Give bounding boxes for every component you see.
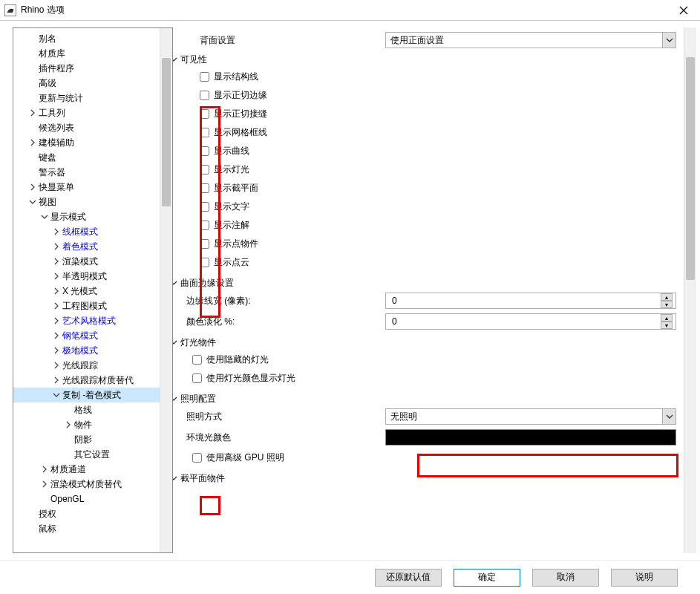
ambient-color-swatch[interactable] bbox=[385, 429, 676, 446]
twisty-icon[interactable] bbox=[28, 109, 37, 117]
tree-item[interactable]: 键盘 bbox=[13, 150, 172, 165]
tree-item[interactable]: 工程图模式 bbox=[13, 298, 172, 313]
twisty-icon[interactable] bbox=[28, 183, 37, 191]
tree-item[interactable]: 更新与统计 bbox=[13, 91, 172, 105]
tree-item[interactable]: 格线 bbox=[13, 402, 172, 417]
checkbox-label: 显示截平面 bbox=[214, 182, 258, 195]
section-lighting[interactable]: 照明配置 bbox=[173, 391, 676, 407]
section-clip-plane[interactable]: 截平面物件 bbox=[173, 470, 676, 486]
tree-item[interactable]: 材质通道 bbox=[13, 462, 172, 477]
twisty-icon[interactable] bbox=[52, 317, 61, 324]
visibility-checkbox[interactable]: 显示曲线 bbox=[200, 142, 676, 160]
tree-item[interactable]: 光线跟踪 bbox=[13, 358, 172, 373]
twisty-icon[interactable] bbox=[28, 198, 37, 206]
checkbox-label: 显示灯光 bbox=[214, 163, 249, 176]
tree-item[interactable]: 建模辅助 bbox=[13, 135, 172, 150]
twisty-icon[interactable] bbox=[64, 421, 73, 428]
use-light-color-checkbox[interactable]: 使用灯光颜色显示灯光 bbox=[192, 369, 676, 388]
ok-button[interactable]: 确定 bbox=[454, 569, 520, 587]
twisty-icon[interactable] bbox=[52, 332, 61, 339]
tree-item[interactable]: 阴影 bbox=[13, 432, 172, 447]
tree-item[interactable]: OpenGL bbox=[13, 492, 172, 506]
twisty-icon[interactable] bbox=[52, 258, 61, 265]
close-button[interactable] bbox=[667, 0, 700, 21]
tree-item[interactable]: 其它设置 bbox=[13, 447, 172, 462]
visibility-checkbox[interactable]: 显示正切边缘 bbox=[200, 86, 676, 105]
visibility-checkbox[interactable]: 显示注解 bbox=[200, 216, 676, 235]
tree-item-label: 建模辅助 bbox=[37, 137, 74, 149]
tree-item[interactable]: 别名 bbox=[13, 31, 172, 46]
tree-scrollbar[interactable] bbox=[160, 28, 172, 552]
tree-item[interactable]: 钢笔模式 bbox=[13, 328, 172, 343]
twisty-icon[interactable] bbox=[28, 139, 37, 146]
tree-item[interactable]: 视图 bbox=[13, 195, 172, 209]
tree-item[interactable]: 着色模式 bbox=[13, 239, 172, 254]
options-tree[interactable]: 别名材质库插件程序高级更新与统计工具列候选列表建模辅助键盘警示器快显菜单视图显示… bbox=[13, 28, 172, 539]
tree-item[interactable]: 材质库 bbox=[13, 46, 172, 61]
twisty-icon[interactable] bbox=[52, 362, 61, 369]
tree-item[interactable]: 显示模式 bbox=[13, 209, 172, 224]
lighting-method-combo[interactable]: 无照明 bbox=[385, 408, 676, 425]
restore-defaults-button[interactable]: 还原默认值 bbox=[375, 569, 442, 587]
checkbox-label: 显示网格框线 bbox=[214, 126, 267, 139]
checkbox-label: 显示结构线 bbox=[214, 71, 258, 83]
tree-item-label: 渲染模式 bbox=[61, 255, 98, 268]
tree-item[interactable]: 线框模式 bbox=[13, 224, 172, 239]
twisty-icon[interactable] bbox=[40, 480, 49, 488]
visibility-checkbox[interactable]: 显示结构线 bbox=[200, 68, 676, 86]
tree-item[interactable]: 授权 bbox=[13, 506, 172, 521]
edge-width-spinner[interactable]: ▲▼ bbox=[385, 293, 676, 309]
tree-item[interactable]: 复制 -着色模式 bbox=[13, 388, 172, 402]
right-scrollbar[interactable] bbox=[684, 27, 696, 553]
backface-combo[interactable]: 使用正面设置 bbox=[385, 32, 676, 48]
tree-item-label: 材质通道 bbox=[49, 463, 86, 476]
visibility-checkbox[interactable]: 显示正切接缝 bbox=[200, 105, 676, 123]
tree-item[interactable]: 艺术风格模式 bbox=[13, 313, 172, 328]
twisty-icon[interactable] bbox=[52, 347, 61, 354]
tree-item[interactable]: 快显菜单 bbox=[13, 180, 172, 195]
tree-item[interactable]: 光线跟踪材质替代 bbox=[13, 373, 172, 388]
tree-item-label: 阴影 bbox=[73, 434, 92, 446]
tree-item[interactable]: 工具列 bbox=[13, 105, 172, 120]
section-visibility[interactable]: 可见性 bbox=[173, 51, 676, 68]
visibility-checkbox[interactable]: 显示截平面 bbox=[200, 179, 676, 198]
color-fade-spinner[interactable]: ▲▼ bbox=[385, 313, 676, 330]
use-hidden-lights-checkbox[interactable]: 使用隐藏的灯光 bbox=[192, 350, 676, 369]
section-surface-edge[interactable]: 曲面边缘设置 bbox=[173, 275, 676, 291]
advanced-gpu-lighting-checkbox[interactable]: 使用高级 GPU 照明 bbox=[192, 448, 676, 467]
twisty-icon[interactable] bbox=[52, 391, 61, 399]
tree-item[interactable]: 高级 bbox=[13, 76, 172, 91]
tree-item[interactable]: 鼠标 bbox=[13, 521, 172, 536]
visibility-checkbox[interactable]: 显示点云 bbox=[200, 253, 676, 272]
twisty-icon[interactable] bbox=[52, 228, 61, 235]
tree-item-label: 光线跟踪材质替代 bbox=[61, 374, 134, 387]
visibility-checkbox[interactable]: 显示网格框线 bbox=[200, 123, 676, 142]
tree-item-label: 线框模式 bbox=[61, 226, 98, 238]
tree-item[interactable]: 警示器 bbox=[13, 165, 172, 180]
chevron-down-icon bbox=[173, 395, 179, 402]
cancel-button[interactable]: 取消 bbox=[532, 569, 599, 587]
tree-item-label: 渲染模式材质替代 bbox=[49, 478, 122, 491]
twisty-icon[interactable] bbox=[40, 213, 49, 221]
help-button[interactable]: 说明 bbox=[611, 569, 678, 587]
tree-item[interactable]: 渲染模式材质替代 bbox=[13, 477, 172, 492]
visibility-checkbox[interactable]: 显示点物件 bbox=[200, 235, 676, 253]
section-light-obj[interactable]: 灯光物件 bbox=[173, 334, 676, 350]
twisty-icon[interactable] bbox=[52, 302, 61, 310]
twisty-icon[interactable] bbox=[52, 243, 61, 250]
twisty-icon[interactable] bbox=[52, 287, 61, 295]
twisty-icon[interactable] bbox=[52, 272, 61, 280]
tree-item[interactable]: 插件程序 bbox=[13, 61, 172, 76]
tree-item[interactable]: 候选列表 bbox=[13, 120, 172, 135]
twisty-icon[interactable] bbox=[40, 466, 49, 473]
tree-item[interactable]: 半透明模式 bbox=[13, 269, 172, 284]
tree-item[interactable]: 极地模式 bbox=[13, 343, 172, 358]
visibility-checkbox[interactable]: 显示文字 bbox=[200, 198, 676, 216]
visibility-checkbox[interactable]: 显示灯光 bbox=[200, 160, 676, 179]
tree-item-label: 半透明模式 bbox=[61, 270, 107, 283]
tree-item-label: 别名 bbox=[37, 33, 56, 45]
tree-item[interactable]: X 光模式 bbox=[13, 284, 172, 298]
tree-item[interactable]: 渲染模式 bbox=[13, 254, 172, 269]
tree-item[interactable]: 物件 bbox=[13, 417, 172, 432]
twisty-icon[interactable] bbox=[52, 376, 61, 384]
